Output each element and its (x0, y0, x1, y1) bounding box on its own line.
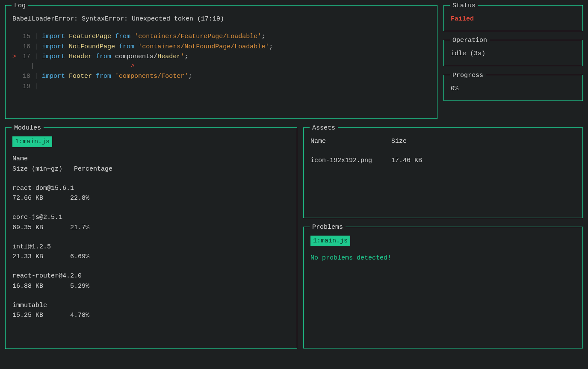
modules-header-stats: Size (min+gz) Percentage (12, 164, 290, 174)
modules-header-name: Name (12, 154, 290, 164)
modules-entry-tag: 1:main.js (12, 136, 52, 147)
progress-panel: Progress 0% (443, 75, 583, 101)
module-name: react-router@4.2.0 (12, 271, 290, 281)
problems-title: Problems (310, 222, 346, 232)
module-row: intl@1.2.521.33 KB 6.69% (12, 242, 290, 262)
log-title: Log (12, 1, 28, 11)
module-name: core-js@2.5.1 (12, 213, 290, 222)
operation-value: idle (3s) (451, 49, 576, 59)
log-panel: Log BabelLoaderError: SyntaxError: Unexp… (5, 5, 437, 119)
problems-entry-tag: 1:main.js (310, 236, 350, 246)
asset-row: icon-192x192.png 17.46 KB (310, 156, 576, 165)
modules-panel: Modules 1:main.js Name Size (min+gz) Per… (5, 127, 297, 349)
module-stats: 15.25 KB 4.78% (12, 310, 290, 320)
module-stats: 21.33 KB 6.69% (12, 252, 290, 262)
module-row: core-js@2.5.169.35 KB 21.7% (12, 213, 290, 233)
code-line: 19 | (12, 82, 430, 92)
assets-title: Assets (310, 123, 338, 133)
problems-panel: Problems 1:main.js No problems detected! (303, 227, 583, 348)
log-error-message: BabelLoaderError: SyntaxError: Unexpecte… (12, 14, 430, 24)
operation-title: Operation (450, 35, 490, 45)
operation-panel: Operation idle (3s) (443, 40, 583, 66)
progress-title: Progress (450, 71, 486, 80)
code-line: 18 | import Footer from 'components/Foot… (12, 71, 430, 81)
problems-message: No problems detected! (310, 253, 576, 263)
module-name: immutable (12, 301, 290, 310)
status-title: Status (450, 1, 478, 11)
status-panel: Status Failed (443, 5, 583, 31)
code-line: 15 | import FeaturePage from 'containers… (12, 32, 430, 41)
modules-title: Modules (12, 123, 44, 133)
module-stats: 69.35 KB 21.7% (12, 223, 290, 233)
module-row: immutable15.25 KB 4.78% (12, 301, 290, 321)
code-line: >17 | import Header from components/Head… (12, 52, 430, 62)
code-line: 16 | import NotFoundPage from 'container… (12, 42, 430, 52)
module-stats: 16.88 KB 5.29% (12, 281, 290, 291)
assets-header: Name Size (310, 136, 576, 146)
module-name: react-dom@15.6.1 (12, 183, 290, 193)
module-name: intl@1.2.5 (12, 242, 290, 252)
module-row: react-dom@15.6.172.66 KB 22.8% (12, 183, 290, 204)
progress-value: 0% (451, 84, 576, 94)
module-row: react-router@4.2.016.88 KB 5.29% (12, 271, 290, 291)
module-stats: 72.66 KB 22.8% (12, 193, 290, 203)
status-value: Failed (451, 14, 576, 24)
assets-panel: Assets Name Size icon-192x192.png 17.46 … (303, 127, 583, 218)
code-line: | ^ (12, 62, 430, 71)
code-block: 15 | import FeaturePage from 'containers… (12, 32, 430, 92)
